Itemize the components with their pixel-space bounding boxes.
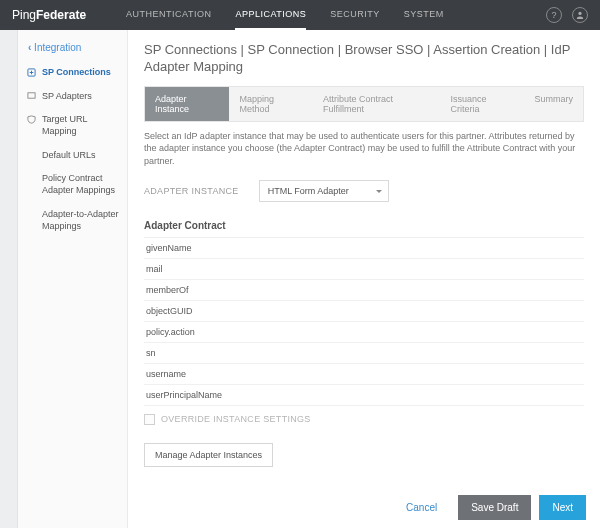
sidebar-item-label: SP Adapters bbox=[42, 91, 92, 103]
content-panel: SP Connections | SP Connection | Browser… bbox=[128, 30, 600, 528]
adapter-instance-row: ADAPTER INSTANCE HTML Form Adapter bbox=[144, 180, 584, 202]
tab-issuance-criteria[interactable]: Issuance Criteria bbox=[441, 87, 525, 121]
adapter-instance-value: HTML Form Adapter bbox=[268, 186, 349, 196]
tab-attribute-contract-fulfillment[interactable]: Attribute Contract Fulfillment bbox=[313, 87, 441, 121]
help-text: Select an IdP adapter instance that may … bbox=[144, 130, 584, 168]
cancel-button[interactable]: Cancel bbox=[393, 495, 450, 520]
adapter-instance-label: ADAPTER INSTANCE bbox=[144, 186, 239, 196]
next-button[interactable]: Next bbox=[539, 495, 586, 520]
topbar-right: ? bbox=[546, 7, 588, 23]
sidebar-item-label: Target URL Mapping bbox=[42, 114, 119, 137]
logo-part-b: Federate bbox=[36, 8, 86, 22]
override-label: OVERRIDE INSTANCE SETTINGS bbox=[161, 414, 311, 424]
left-rail bbox=[0, 30, 18, 528]
blank-icon bbox=[26, 209, 36, 219]
sidebar-item-policy-contract-mappings[interactable]: Policy Contract Adapter Mappings bbox=[18, 167, 127, 202]
attr-row: userPrincipalName bbox=[144, 385, 584, 406]
sidebar-item-label: Policy Contract Adapter Mappings bbox=[42, 173, 119, 196]
back-link[interactable]: Integration bbox=[18, 38, 127, 61]
tab-mapping-method[interactable]: Mapping Method bbox=[229, 87, 313, 121]
adapters-icon bbox=[26, 91, 36, 101]
nav-system[interactable]: SYSTEM bbox=[404, 0, 444, 30]
adapter-contract-title: Adapter Contract bbox=[144, 214, 584, 238]
attr-row: policy.action bbox=[144, 322, 584, 343]
attr-row: mail bbox=[144, 259, 584, 280]
svg-rect-2 bbox=[27, 93, 34, 98]
override-checkbox[interactable] bbox=[144, 414, 155, 425]
sidebar: Integration SP Connections SP Adapters T… bbox=[18, 30, 128, 528]
sidebar-item-label: Adapter-to-Adapter Mappings bbox=[42, 209, 119, 232]
attr-row: username bbox=[144, 364, 584, 385]
primary-nav: AUTHENTICATION APPLICATIONS SECURITY SYS… bbox=[126, 0, 444, 30]
nav-authentication[interactable]: AUTHENTICATION bbox=[126, 0, 211, 30]
wizard-tabs: Adapter Instance Mapping Method Attribut… bbox=[144, 86, 584, 122]
attr-row: memberOf bbox=[144, 280, 584, 301]
override-row: OVERRIDE INSTANCE SETTINGS bbox=[144, 406, 584, 435]
tab-adapter-instance[interactable]: Adapter Instance bbox=[145, 87, 229, 121]
breadcrumb: SP Connections | SP Connection | Browser… bbox=[144, 42, 584, 76]
svg-point-0 bbox=[578, 12, 581, 15]
connections-icon bbox=[26, 67, 36, 77]
attr-row: objectGUID bbox=[144, 301, 584, 322]
sidebar-item-sp-adapters[interactable]: SP Adapters bbox=[18, 85, 127, 109]
manage-adapter-instances-button[interactable]: Manage Adapter Instances bbox=[144, 443, 273, 467]
blank-icon bbox=[26, 173, 36, 183]
shield-icon bbox=[26, 114, 36, 124]
logo: PingFederate bbox=[12, 8, 86, 22]
adapter-instance-select[interactable]: HTML Form Adapter bbox=[259, 180, 389, 202]
attr-row: givenName bbox=[144, 238, 584, 259]
blank-icon bbox=[26, 150, 36, 160]
nav-applications[interactable]: APPLICATIONS bbox=[235, 0, 306, 30]
logo-part-a: Ping bbox=[12, 8, 36, 22]
sidebar-item-adapter-to-adapter-mappings[interactable]: Adapter-to-Adapter Mappings bbox=[18, 203, 127, 238]
help-icon[interactable]: ? bbox=[546, 7, 562, 23]
sidebar-item-target-url-mapping[interactable]: Target URL Mapping bbox=[18, 108, 127, 143]
main-area: Integration SP Connections SP Adapters T… bbox=[0, 30, 600, 528]
sidebar-item-label: Default URLs bbox=[42, 150, 96, 162]
top-bar: PingFederate AUTHENTICATION APPLICATIONS… bbox=[0, 0, 600, 30]
attr-row: sn bbox=[144, 343, 584, 364]
nav-security[interactable]: SECURITY bbox=[330, 0, 380, 30]
footer-actions: Cancel Save Draft Next bbox=[393, 495, 586, 520]
tab-summary[interactable]: Summary bbox=[524, 87, 583, 121]
save-draft-button[interactable]: Save Draft bbox=[458, 495, 531, 520]
sidebar-item-default-urls[interactable]: Default URLs bbox=[18, 144, 127, 168]
sidebar-item-label: SP Connections bbox=[42, 67, 111, 79]
user-icon[interactable] bbox=[572, 7, 588, 23]
sidebar-item-sp-connections[interactable]: SP Connections bbox=[18, 61, 127, 85]
